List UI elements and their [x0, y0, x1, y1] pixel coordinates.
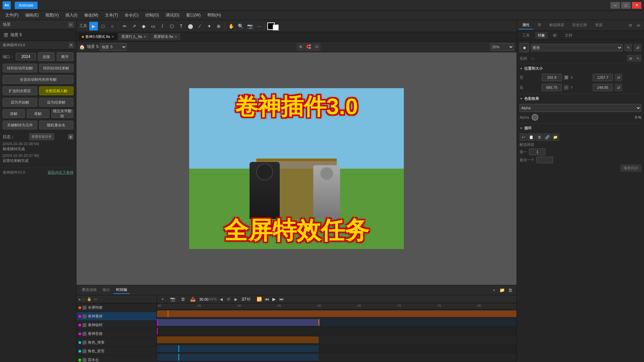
sync-button[interactable]: 哑形同步	[621, 165, 641, 172]
y-edit-button[interactable]: ⇄	[615, 84, 622, 91]
next-keyframe-button[interactable]: ▶	[233, 296, 239, 302]
loop-icon-btn-3[interactable]: 🗑	[536, 133, 543, 141]
width-input[interactable]	[542, 74, 562, 81]
layer-row-char2[interactable]: 角色_宦官	[76, 347, 157, 356]
plugin-footer-link[interactable]: 获取@在下卷神	[48, 170, 73, 175]
tab-timeline[interactable]: 时间轴	[113, 286, 130, 294]
tl-tool-btn-4[interactable]: 📥	[189, 296, 197, 303]
first-button[interactable]: 首帧	[3, 109, 25, 118]
tool-pencil[interactable]: ↗	[130, 22, 139, 31]
doc-tab-close-3[interactable]: ✕	[174, 35, 177, 39]
keyframe-button[interactable]: 关键帧转为元件	[3, 121, 37, 129]
zoom-select[interactable]: 25% 50% 100%	[490, 43, 514, 51]
tool-camera[interactable]: 📷	[246, 22, 254, 31]
tab-frame-picker[interactable]: 帧选择器	[546, 21, 568, 29]
y-input[interactable]	[593, 84, 613, 91]
tool-fill[interactable]: ⬤	[186, 22, 195, 31]
loop-icon-btn-5[interactable]: 📁	[552, 133, 559, 141]
subtab-object[interactable]: 对象	[535, 32, 548, 39]
select-all-button[interactable]: 全选自动制作的所有帧	[3, 75, 73, 84]
color-section-header[interactable]: ▼ 色彩效果	[520, 96, 641, 101]
menu-view[interactable]: 视图(V)	[43, 11, 61, 19]
tool-eraser[interactable]: ⊕	[214, 22, 223, 31]
x-edit-button[interactable]: ⇄	[615, 74, 622, 81]
tool-select[interactable]: ▶	[89, 22, 98, 31]
tab-history[interactable]: 历史记录	[569, 21, 590, 29]
shape-type-select[interactable]: 图形	[531, 44, 623, 51]
add-frame-button[interactable]: +	[159, 296, 166, 303]
loop-icon-btn-4[interactable]: 🔗	[544, 133, 551, 141]
tool-line[interactable]: /	[158, 22, 167, 31]
menu-modify[interactable]: 修改(M)	[82, 11, 101, 19]
clip-audio[interactable]	[157, 337, 319, 343]
tl-add-layer-button[interactable]: +	[490, 287, 498, 294]
menu-file[interactable]: 文件(F)	[3, 11, 21, 19]
set-start-button[interactable]: 设为开始帧	[3, 98, 37, 107]
loop-icon-btn-1[interactable]: ↩	[520, 133, 527, 141]
log-delete-button[interactable]: 🗑	[68, 134, 73, 139]
right-panel-settings-button[interactable]: ⚙	[627, 22, 634, 29]
maximize-button[interactable]: □	[621, 2, 631, 9]
panel-collapse-icon[interactable]: ≡	[68, 22, 73, 27]
clip-fullscreen[interactable]	[157, 310, 517, 317]
prev-keyframe-button[interactable]: ◀	[218, 296, 224, 302]
color-type-select[interactable]: Alpha 亮度 色调 高级	[520, 104, 641, 112]
port-input[interactable]	[16, 53, 36, 60]
menu-help[interactable]: 帮助(H)	[205, 11, 224, 19]
x-input[interactable]	[593, 74, 613, 81]
tab-library[interactable]: 库	[534, 21, 545, 29]
tab-properties[interactable]: 属性	[519, 21, 533, 29]
expand-button[interactable]: 扩选到全图层	[3, 86, 37, 95]
subtab-frame[interactable]: 帧	[550, 32, 559, 39]
subtab-doc[interactable]: 文档	[562, 32, 575, 39]
tool-eyedrop[interactable]: ✦	[205, 22, 214, 31]
snap-to-grid-button[interactable]: ⊞	[297, 43, 304, 51]
canvas-content[interactable]: 卷神插件3.0 全屏特效任务	[76, 52, 517, 285]
home-icon[interactable]: 🏠	[79, 44, 85, 50]
menu-debug[interactable]: 调试(D)	[163, 11, 182, 19]
menu-window[interactable]: 窗口(W)	[183, 11, 203, 19]
layer-row-char1[interactable]: 角色_侠客	[76, 338, 157, 347]
tool-shape[interactable]: ▭	[149, 22, 157, 31]
instance-icon-btn-1[interactable]: ⊞	[627, 55, 634, 62]
goto-end-button[interactable]: 转到自动结束帧	[39, 64, 74, 72]
tool-more[interactable]: ···	[255, 22, 264, 31]
doc-tab-close-1[interactable]: ✕	[111, 35, 114, 39]
tool-zoom[interactable]: 🔍	[236, 22, 245, 31]
tool-rect[interactable]: ◆	[139, 22, 148, 31]
right-panel-collapse-button[interactable]: ≪	[635, 22, 642, 29]
tool-stroke[interactable]: ∕	[196, 22, 204, 31]
tl-add-folder-button[interactable]: 📁	[498, 287, 506, 294]
snap-magnet-button[interactable]: 🧲	[305, 43, 312, 51]
tab-output[interactable]: 输出	[100, 286, 113, 294]
layer-row-fullscreen-effect[interactable]: 全屏特效	[76, 303, 157, 312]
step-back-button[interactable]: ⏮	[263, 296, 270, 303]
tool-pen[interactable]: ✏	[120, 22, 129, 31]
loop-button[interactable]: ↺	[225, 296, 231, 302]
tool-lasso[interactable]: ○	[108, 22, 117, 31]
height-input[interactable]	[542, 84, 562, 91]
doc-tab-3[interactable]: 黑屏斩击.fla ✕	[150, 33, 181, 40]
tab-assets[interactable]: 资源	[592, 21, 606, 29]
snap-align-button[interactable]: ⊡	[313, 43, 320, 51]
tl-delete-layer-button[interactable]: 🗑	[506, 287, 514, 294]
menu-text[interactable]: 文本(T)	[102, 11, 121, 19]
clip-material[interactable]	[157, 319, 319, 326]
link-proportions-icon[interactable]: ⛓	[564, 75, 569, 80]
first-frame-input[interactable]	[529, 148, 546, 155]
clip-char1[interactable]	[157, 345, 319, 352]
layer-row-audio[interactable]: 卷神音效	[76, 329, 157, 338]
doc-tab-2[interactable]: 黑屏打人_fla ✕	[118, 33, 150, 40]
plugin-collapse-icon[interactable]: ▼	[69, 43, 73, 48]
scene-dropdown[interactable]: 场景 S	[100, 43, 127, 51]
doc-tab-close-2[interactable]: ✕	[144, 35, 146, 39]
menu-insert[interactable]: 插入(I)	[63, 11, 80, 19]
layer-row-platform[interactable]: 芸水台	[76, 356, 157, 362]
tool-paint[interactable]: ⬡	[167, 22, 176, 31]
alpha-slider[interactable]	[532, 114, 538, 121]
menu-command[interactable]: 命令(C)	[122, 11, 141, 19]
log-view-button[interactable]: 查看安装目录	[29, 133, 54, 140]
step-fwd-button[interactable]: ⏭	[278, 296, 285, 303]
play-button[interactable]: ▶	[271, 296, 277, 303]
disconnect-button[interactable]: 断开	[57, 52, 73, 61]
